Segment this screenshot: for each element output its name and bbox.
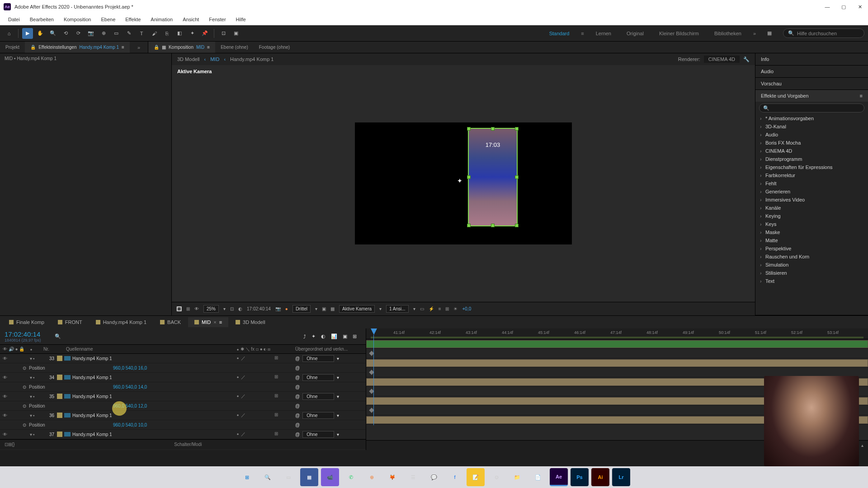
fill-toggle[interactable]: ▣: [231, 28, 241, 39]
transform-handle[interactable]: [491, 224, 495, 227]
property-row[interactable]: ⊙ Position 960,0 540,0 12,0 @: [0, 401, 366, 411]
effect-category[interactable]: Farbkorrektur: [755, 171, 868, 179]
parent-select[interactable]: Ohne: [302, 393, 334, 400]
layer-bar[interactable]: [366, 358, 868, 368]
stopwatch-icon[interactable]: ⊙: [23, 366, 26, 371]
pickwhip-icon[interactable]: @: [295, 422, 300, 427]
twirl-icon[interactable]: ▾: [30, 356, 32, 361]
visibility-icon[interactable]: 👁: [3, 356, 7, 361]
visibility-icon[interactable]: 👁: [3, 432, 7, 437]
bc-handy[interactable]: Handy.mp4 Komp 1: [230, 56, 274, 62]
taskbar-notepad[interactable]: 📄: [529, 468, 547, 486]
workspace-lernen[interactable]: Lernen: [592, 29, 615, 38]
zoom-in-icon[interactable]: ▴: [861, 443, 863, 448]
chevron-down-icon[interactable]: ▾: [223, 306, 226, 311]
zoom-select[interactable]: 25%: [203, 305, 219, 313]
chevron-down-icon[interactable]: ▾: [337, 432, 339, 437]
stopwatch-icon[interactable]: ⊙: [23, 404, 26, 408]
pickwhip-icon[interactable]: @: [295, 413, 300, 418]
taskbar-obs[interactable]: ⊙: [487, 468, 505, 486]
pixel-aspect-icon[interactable]: ▭: [420, 306, 424, 311]
toggle-switches-icon[interactable]: ⊡: [5, 442, 8, 447]
menu-ebene[interactable]: Ebene: [96, 15, 120, 23]
pickwhip-icon[interactable]: @: [295, 356, 300, 361]
layer-row[interactable]: 👁 ▾▪ 36 Handy.mp4 Komp 1 ⬥ ／ ⊞ @Ohne▾: [0, 411, 366, 420]
home-tool[interactable]: ⌂: [4, 28, 14, 39]
text-tool[interactable]: T: [136, 28, 147, 39]
pen-tool[interactable]: ✎: [123, 28, 134, 39]
eraser-tool[interactable]: ◧: [174, 28, 185, 39]
work-area[interactable]: [371, 337, 863, 338]
views-count[interactable]: 1 Ansi...: [386, 305, 409, 313]
pickwhip-icon[interactable]: @: [295, 404, 300, 408]
exposure-icon[interactable]: ☀: [453, 306, 458, 311]
menu-komposition[interactable]: Komposition: [59, 15, 96, 23]
stopwatch-icon[interactable]: ⊙: [23, 422, 26, 427]
transform-handle[interactable]: [515, 175, 519, 179]
transparency-icon[interactable]: ▦: [330, 306, 335, 311]
menu-animation[interactable]: Animation: [146, 15, 177, 23]
maximize-button[interactable]: ▢: [839, 2, 848, 11]
taskbar-firefox[interactable]: 🦊: [383, 468, 401, 486]
property-value[interactable]: 960,0 540,0 10,0: [113, 422, 147, 427]
chevron-down-icon[interactable]: ▾: [337, 413, 339, 418]
anchor-tool[interactable]: ⊕: [98, 28, 109, 39]
viewer-options-icon[interactable]: ⊡: [230, 306, 234, 311]
transform-handle[interactable]: [467, 127, 471, 131]
shy-icon[interactable]: ⤴: [303, 334, 306, 339]
effect-category[interactable]: Dienstprogramm: [755, 155, 868, 163]
taskbar-photoshop[interactable]: Ps: [571, 468, 589, 486]
visibility-icon[interactable]: 👁: [3, 394, 7, 399]
channel-icon[interactable]: ●: [285, 306, 288, 311]
workspace-original[interactable]: Original: [623, 29, 647, 38]
twirl-icon[interactable]: ▾: [30, 432, 32, 437]
effect-category[interactable]: Matte: [755, 236, 868, 244]
snapshot-icon[interactable]: 📷: [275, 306, 281, 311]
info-panel[interactable]: Info: [755, 53, 868, 65]
canvas-area[interactable]: Aktive Kamera 17:03 ✦: [172, 65, 755, 302]
graph-editor-icon[interactable]: 📊: [331, 333, 337, 339]
fast-preview-icon[interactable]: ⚡: [429, 306, 434, 311]
taskbar-facebook[interactable]: f: [446, 468, 464, 486]
time-icon[interactable]: ◐: [238, 306, 242, 311]
brush-tool[interactable]: 🖌: [149, 28, 160, 39]
workspace-kleiner[interactable]: Kleiner Bildschirm: [656, 29, 703, 38]
toggle-switches-icon[interactable]: ⊞: [8, 442, 12, 447]
effects-panel[interactable]: Effekte und Vorgaben ≡: [755, 90, 868, 102]
composition-canvas[interactable]: 17:03 ✦: [355, 122, 572, 244]
label-icon[interactable]: ▪: [33, 356, 35, 361]
draft-3d-icon[interactable]: ▣: [343, 333, 347, 339]
effect-category[interactable]: Rauschen und Korn: [755, 253, 868, 261]
layer-row[interactable]: 👁 ▾▪ 37 Handy.mp4 Komp 1 ⬥ ／ ⊞ @Ohne▾: [0, 430, 366, 439]
effect-category[interactable]: Maske: [755, 228, 868, 236]
resolution-select[interactable]: Drittel: [292, 305, 311, 313]
taskbar-illustrator[interactable]: Ai: [591, 468, 609, 486]
taskbar-app[interactable]: ⊕: [363, 468, 381, 486]
visibility-icon[interactable]: 👁: [3, 375, 7, 380]
camera-tool[interactable]: 📷: [85, 28, 96, 39]
orbit-tool[interactable]: ⟲: [60, 28, 71, 39]
puppet-tool[interactable]: 📌: [199, 28, 210, 39]
col-source[interactable]: Quellenname: [57, 347, 236, 352]
effect-category[interactable]: Keying: [755, 212, 868, 220]
pickwhip-icon[interactable]: @: [295, 385, 300, 389]
magnification-icon[interactable]: 🔳: [176, 306, 182, 311]
effect-category[interactable]: * Animationsvorgaben: [755, 114, 868, 122]
transform-handle[interactable]: [467, 175, 471, 179]
grid-icon[interactable]: ⊞: [186, 306, 190, 311]
preview-panel[interactable]: Vorschau: [755, 78, 868, 89]
tab-effect-controls[interactable]: 🔒 Effekteinstellungen Handy.mp4 Komp 1 ≡: [25, 42, 130, 53]
parent-select[interactable]: Ohne: [302, 374, 334, 381]
taskbar-aftereffects[interactable]: Ae: [550, 468, 568, 486]
property-row[interactable]: ⊙ Position 960,0 540,0 16,0 @: [0, 363, 366, 373]
effect-category[interactable]: Generieren: [755, 188, 868, 196]
taskbar-messenger[interactable]: 💬: [425, 468, 443, 486]
help-search[interactable]: 🔍 Hilfe durchsuchen: [783, 28, 864, 38]
workspace-panel-icon[interactable]: ▦: [764, 28, 775, 39]
viewer-time[interactable]: 17:02:40:14: [247, 306, 271, 311]
panel-menu-icon[interactable]: ≡: [860, 93, 863, 99]
pickwhip-icon[interactable]: @: [295, 375, 300, 380]
label-icon[interactable]: ▪: [33, 432, 35, 437]
menu-hilfe[interactable]: Hilfe: [231, 15, 250, 23]
twirl-icon[interactable]: ▾: [30, 413, 32, 418]
